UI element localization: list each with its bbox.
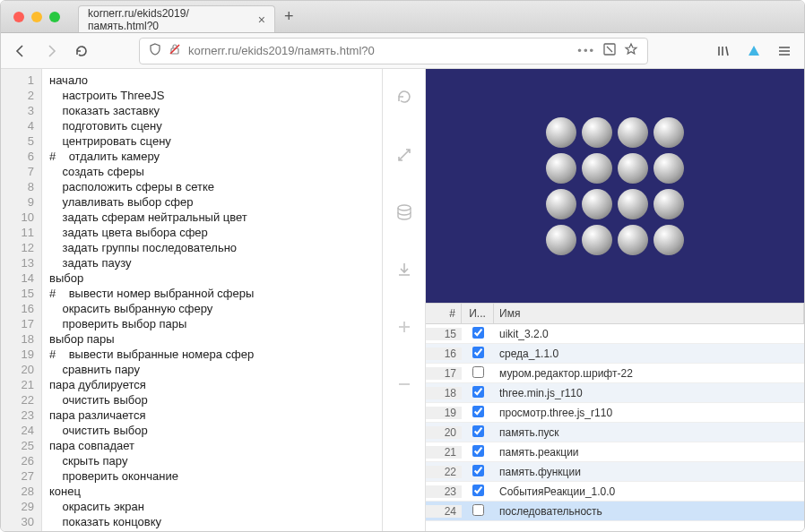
extension-icon[interactable] (745, 42, 763, 60)
svg-line-6 (726, 47, 728, 56)
svg-line-3 (607, 47, 612, 52)
sphere[interactable] (546, 153, 576, 184)
threejs-viewport[interactable] (426, 69, 804, 303)
forward-button[interactable] (42, 42, 60, 60)
row-name: память.реакции (494, 446, 804, 459)
row-checkbox[interactable] (462, 406, 494, 420)
row-number: 17 (426, 367, 462, 380)
table-row[interactable]: 20память.пуск (426, 423, 804, 442)
page-actions-icon[interactable]: ••• (577, 44, 595, 57)
library-icon[interactable] (714, 42, 732, 60)
tab-title: kornerr.ru/ekids2019/память.html?0 (88, 7, 251, 32)
browser-tab[interactable]: kornerr.ru/ekids2019/память.html?0 × (78, 5, 275, 32)
line-gutter: 1234567891011121314151617181920212223242… (1, 69, 42, 531)
table-row[interactable]: 24последовательность (426, 502, 804, 521)
row-number: 24 (426, 505, 462, 518)
close-window-button[interactable] (13, 12, 24, 22)
page-content: 1234567891011121314151617181920212223242… (1, 69, 804, 531)
expand-tool-icon[interactable] (395, 146, 413, 167)
lock-insecure-icon[interactable] (169, 43, 181, 58)
code-area[interactable]: начало настроить ThreeJS показать застав… (42, 69, 382, 531)
sphere[interactable] (546, 189, 576, 219)
row-name: uikit_3.2.0 (494, 328, 804, 340)
sphere[interactable] (618, 225, 648, 255)
table-row[interactable]: 19просмотр.three.js_r110 (426, 403, 804, 423)
row-number: 19 (426, 407, 462, 419)
row-checkbox[interactable] (462, 485, 494, 499)
traffic-lights (1, 12, 60, 22)
maximize-window-button[interactable] (49, 12, 60, 22)
sphere[interactable] (582, 153, 612, 184)
minimize-window-button[interactable] (31, 12, 42, 22)
download-tool-icon[interactable] (395, 261, 413, 282)
col-number[interactable]: # (426, 304, 462, 323)
reload-button[interactable] (73, 42, 91, 60)
table-row[interactable]: 16среда_1.1.0 (426, 344, 804, 364)
row-checkbox[interactable] (462, 504, 494, 519)
row-number: 18 (426, 387, 462, 399)
table-row[interactable]: 21память.реакции (426, 442, 804, 462)
sphere[interactable] (582, 189, 612, 219)
back-button[interactable] (12, 42, 30, 60)
row-name: СобытияРеакции_1.0.0 (494, 485, 804, 498)
table-row[interactable]: 22память.функции (426, 462, 804, 482)
menu-icon[interactable] (775, 42, 793, 60)
sphere[interactable] (582, 117, 612, 148)
row-number: 23 (426, 485, 462, 498)
sphere[interactable] (654, 117, 684, 148)
sphere-grid (546, 117, 684, 255)
col-name[interactable]: Имя (494, 304, 804, 323)
table-row[interactable]: 15uikit_3.2.0 (426, 324, 804, 344)
refresh-tool-icon[interactable] (394, 87, 414, 110)
row-number: 21 (426, 446, 462, 459)
row-name: память.функции (494, 466, 804, 478)
add-tool-icon[interactable] (395, 318, 413, 339)
sphere[interactable] (546, 117, 576, 148)
window-titlebar: kornerr.ru/ekids2019/память.html?0 × + (1, 1, 804, 33)
url-bar[interactable]: kornerr.ru/ekids2019/память.html?0 ••• (139, 38, 648, 64)
row-name: последовательность (494, 505, 804, 518)
row-name: просмотр.three.js_r110 (494, 407, 804, 419)
row-name: муром.редактор.шрифт-22 (494, 367, 804, 380)
col-use[interactable]: И... (462, 304, 494, 323)
row-number: 16 (426, 348, 462, 360)
row-number: 22 (426, 466, 462, 478)
sphere[interactable] (654, 153, 684, 184)
table-row[interactable]: 18three.min.js_r110 (426, 383, 804, 403)
row-checkbox[interactable] (462, 386, 494, 400)
row-name: three.min.js_r110 (494, 387, 804, 399)
sphere[interactable] (618, 189, 648, 219)
row-checkbox[interactable] (462, 465, 494, 479)
bookmark-star-icon[interactable] (624, 42, 638, 59)
sphere[interactable] (618, 153, 648, 184)
table-header: # И... Имя (426, 303, 804, 324)
sphere[interactable] (546, 225, 576, 255)
sphere[interactable] (618, 117, 648, 148)
row-checkbox[interactable] (462, 327, 494, 341)
remove-tool-icon[interactable] (395, 375, 413, 397)
sphere[interactable] (582, 225, 612, 255)
browser-toolbar: kornerr.ru/ekids2019/память.html?0 ••• (1, 33, 804, 69)
right-pane: # И... Имя 15uikit_3.2.016среда_1.1.017м… (425, 69, 804, 531)
sphere[interactable] (654, 189, 684, 219)
row-checkbox[interactable] (462, 347, 494, 361)
sphere[interactable] (654, 225, 684, 255)
svg-point-10 (398, 205, 411, 210)
table-row[interactable]: 23СобытияРеакции_1.0.0 (426, 482, 804, 502)
url-text: kornerr.ru/ekids2019/память.html?0 (188, 44, 570, 57)
close-tab-icon[interactable]: × (258, 13, 265, 27)
row-number: 20 (426, 426, 462, 439)
row-checkbox[interactable] (462, 425, 494, 440)
row-name: память.пуск (494, 426, 804, 439)
database-tool-icon[interactable] (395, 203, 413, 225)
table-body: 15uikit_3.2.016среда_1.1.017муром.редакт… (426, 324, 804, 531)
code-editor[interactable]: 1234567891011121314151617181920212223242… (1, 69, 382, 531)
row-checkbox[interactable] (462, 445, 494, 459)
shield-icon[interactable] (149, 43, 161, 58)
table-row[interactable]: 17муром.редактор.шрифт-22 (426, 364, 804, 383)
row-name: среда_1.1.0 (494, 348, 804, 360)
row-checkbox[interactable] (462, 366, 494, 381)
modules-table: # И... Имя 15uikit_3.2.016среда_1.1.017м… (426, 303, 804, 531)
new-tab-button[interactable]: + (284, 7, 294, 26)
reader-mode-icon[interactable] (602, 42, 617, 59)
